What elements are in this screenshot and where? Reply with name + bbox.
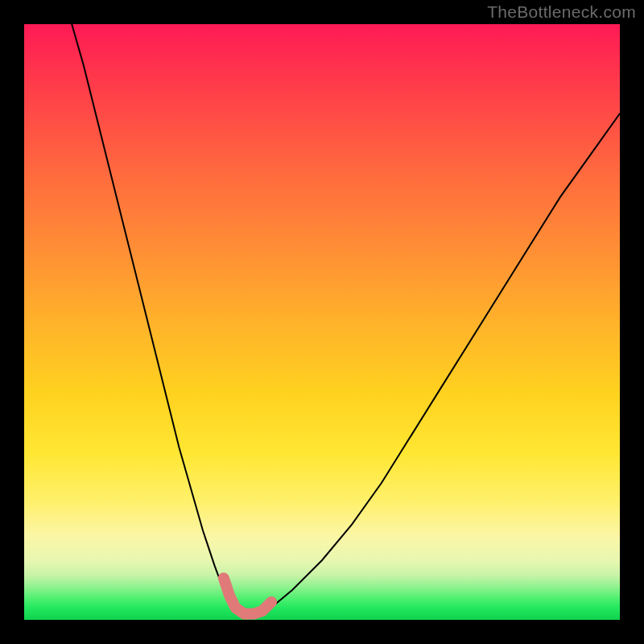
plot-area [24, 24, 620, 620]
chart-svg [24, 24, 620, 620]
chart-frame: TheBottleneck.com [0, 0, 644, 644]
watermark-text: TheBottleneck.com [487, 2, 636, 22]
bottleneck-curve-path [72, 24, 620, 617]
highlight-segment-path [224, 578, 271, 613]
